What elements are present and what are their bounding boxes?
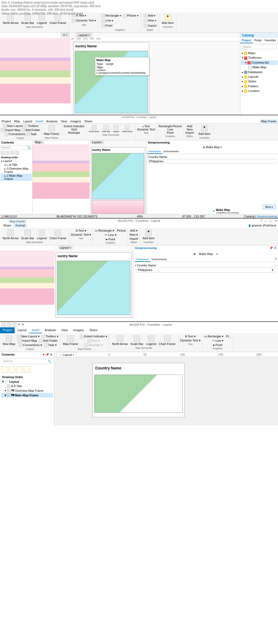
chart-frame-3[interactable]: Chart Frame (49, 229, 68, 240)
tree-folders[interactable]: ▸ Folders (241, 84, 277, 89)
dynamic-text-button[interactable]: Dynamic Text ▾ (71, 18, 97, 23)
main-map-3[interactable] (57, 261, 130, 315)
add-style-button[interactable]: Add ▾ (143, 14, 156, 18)
tab-analysis-4[interactable]: Analysis (42, 327, 59, 333)
gp-tab-env-3[interactable]: Environments (150, 257, 168, 262)
layout-tab-2[interactable]: Layout × (91, 140, 104, 144)
extent-indicator-4[interactable]: Extent Indicator ▾ (80, 335, 108, 338)
catalog-tab-project[interactable]: Project (240, 38, 253, 43)
tab-view[interactable]: View (59, 119, 69, 123)
tree-styles[interactable]: ▸ Styles (241, 79, 277, 84)
tab-imagery-4[interactable]: Imagery (70, 327, 87, 333)
tab-insert[interactable]: Insert (34, 119, 45, 123)
tab-share-4[interactable]: Share (87, 327, 100, 333)
qat-redo[interactable]: ↷ (21, 323, 24, 326)
map-tab-2[interactable]: Map × (34, 140, 44, 144)
import-style-button[interactable]: Import (143, 24, 157, 28)
legend-button[interactable]: Legend (36, 14, 48, 25)
legend-3[interactable]: Legend (36, 229, 48, 240)
contents-search-4[interactable]: Search🔍 (1, 358, 53, 364)
layout-tab-3[interactable]: Layout × (58, 245, 73, 250)
context-tab-map-frame[interactable]: Map Frame (8, 219, 27, 223)
minimize-icon[interactable]: — (264, 219, 267, 223)
tree-make-map[interactable]: Make Map (241, 65, 277, 70)
view-btn-4[interactable] (24, 366, 30, 373)
tree-layouts[interactable]: ▸ Layouts (241, 74, 277, 79)
import-map-btn[interactable]: Import Map Add Folder (1, 128, 40, 132)
tab-share[interactable]: Share (83, 119, 94, 123)
main-map-2[interactable] (92, 153, 144, 199)
map-tab-close[interactable]: ▾ × (61, 33, 70, 37)
contents-main[interactable]: ▸ ☑ Main Map Frame (1, 174, 32, 181)
world-map-canvas[interactable] (0, 38, 71, 103)
chart-frame-4[interactable]: Chart Frame (158, 335, 177, 346)
overview-map-2[interactable] (92, 200, 144, 214)
catalog-search[interactable]: Search (241, 45, 277, 49)
world-map-2[interactable] (33, 144, 90, 199)
pin-icon[interactable]: 📌 (269, 246, 273, 250)
map-view[interactable]: ▾ × (0, 33, 71, 115)
help-icon-3[interactable]: ? (275, 257, 276, 262)
layout-tab[interactable]: Layout × (76, 33, 92, 38)
contents-layout[interactable]: ▾ Layout (1, 159, 32, 163)
tab-share-3[interactable]: Share (1, 223, 13, 228)
contents-layout-4[interactable]: ▾ 📄 Layout (1, 379, 53, 384)
scale-bar-4[interactable]: Scale Bar (129, 335, 145, 346)
map-frame-4[interactable]: Map Frame (62, 335, 79, 346)
layout-tab-4[interactable]: 📄 Layout × (56, 352, 77, 357)
layout-page-4[interactable]: Country Name (92, 363, 185, 417)
layout-view-2[interactable]: Layout × ountry Name (90, 140, 147, 219)
gp-param-input[interactable]: Philippines (148, 159, 277, 163)
gp-tab-environments[interactable]: Environments (162, 150, 180, 154)
catalog-tab-portal[interactable]: Portal (253, 38, 263, 43)
tab-analysis[interactable]: Analysis (45, 119, 59, 123)
contents-title-4[interactable]: ✓ A A Title (1, 384, 53, 388)
north-arrow-button[interactable]: North Arrow (2, 14, 20, 25)
qat-open[interactable] (7, 322, 11, 327)
run-button[interactable]: Run ▾ (262, 204, 276, 209)
tab-format-3[interactable]: Format (13, 223, 27, 228)
new-layout-btn[interactable]: New Layout Toolbox (1, 124, 40, 128)
tab-view-4[interactable]: View (59, 327, 71, 333)
new-style-button[interactable]: New ▾ (143, 18, 157, 23)
layout-page[interactable]: ountry Name (73, 42, 149, 115)
tab-map[interactable]: Map (12, 119, 21, 123)
gp-param-input-3[interactable]: Philippines▾ (137, 267, 275, 273)
qat-undo[interactable]: ↶ (18, 323, 20, 326)
reshape-4[interactable]: Reshape ▾ (80, 343, 108, 347)
tab-insert-4[interactable]: Insert (29, 327, 42, 333)
add-item-button[interactable]: ★Add Item (161, 14, 175, 25)
contents-overview-4[interactable]: ▸ ✓ 🗺 Overview Map Frame (1, 388, 53, 393)
layout-view-3[interactable]: Layout × ountry Name (54, 245, 133, 318)
rectangle-button[interactable]: Rectangle ▾ Picture ▾ (100, 14, 139, 18)
help-icon[interactable]: ? (261, 219, 262, 223)
chart-frame-button[interactable]: Chart Frame (49, 14, 68, 25)
tab-project-4[interactable]: Project (0, 327, 15, 333)
maximize-icon[interactable]: ▢ (270, 219, 272, 223)
view-btn-2[interactable] (9, 366, 15, 373)
connections-4[interactable]: Connections ▾ Task ▾ (17, 343, 58, 347)
tab-layout[interactable]: Layout (22, 119, 34, 123)
main-map-4[interactable] (94, 375, 183, 413)
tab-imagery[interactable]: Imagery (69, 119, 83, 123)
grid-4[interactable]: Grid ▾ (80, 339, 108, 343)
tab-map-frame[interactable]: Map Frame (260, 119, 278, 123)
north-arrow-4[interactable]: North Arrow (111, 335, 129, 346)
connections-btn[interactable]: Connections Task (1, 132, 40, 136)
catalog-tab-favorites[interactable]: Favorites (263, 38, 277, 43)
scale-bar-button[interactable]: Scale Bar (20, 14, 35, 25)
tree-toolboxes[interactable]: ▾ Toolboxes (241, 55, 277, 60)
map-view-2[interactable]: Map × (33, 140, 90, 219)
tree-countries-tbx[interactable]: ▾ Countries.tbx (241, 60, 277, 65)
dropdown-icon[interactable]: ▾ (272, 268, 273, 272)
new-map-4[interactable]: New Map (2, 335, 16, 346)
legend-4[interactable]: Legend (145, 335, 157, 346)
map-view-3[interactable] (0, 245, 54, 318)
new-layout-4[interactable]: New Layout ▾ Toolbox ▾ (17, 335, 58, 338)
qat-new[interactable] (2, 322, 6, 327)
scale-bar-3[interactable]: Scale Bar (20, 229, 35, 240)
close-icon[interactable]: ✕ (274, 219, 277, 223)
layout-view-4[interactable]: 📄 Layout × -50050100150200 Country Name (54, 352, 278, 425)
point-button[interactable]: Point (100, 24, 113, 28)
gp-tab-params-3[interactable]: Parameters (135, 257, 150, 262)
